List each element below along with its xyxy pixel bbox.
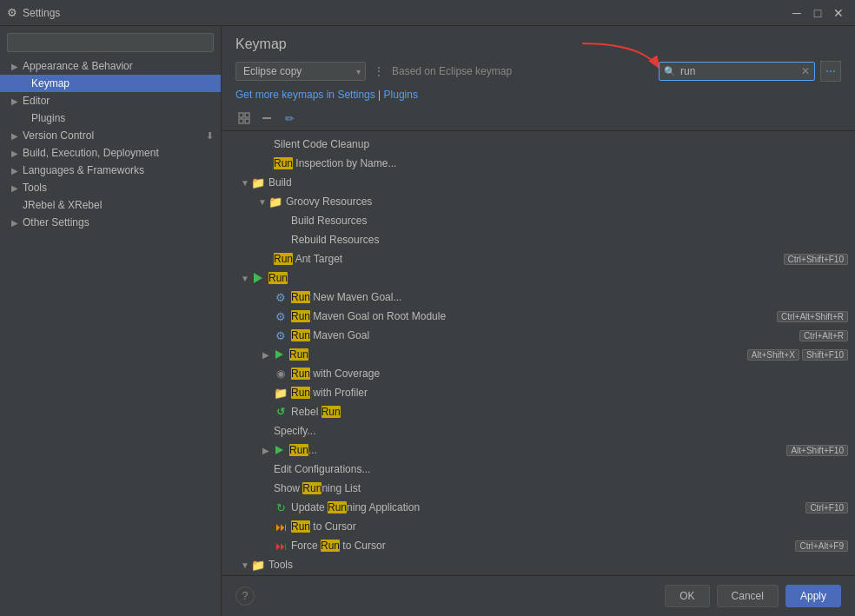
sidebar-item-appearance[interactable]: ▶ Appearance & Behavior — [0, 57, 221, 75]
tree-row[interactable]: ▼ 📁 Groovy Resources — [222, 192, 855, 211]
tree-row[interactable]: ▶ Run... Alt+Shift+F10 — [222, 440, 855, 460]
tree-row[interactable]: Show Running List — [222, 479, 855, 498]
keymap-search-input[interactable] — [659, 62, 815, 81]
folder-icon: 📁 — [268, 195, 282, 209]
tree-row[interactable]: ⚙ Run New Maven Goal... — [222, 288, 855, 307]
tree-item-label: Run to Cursor — [291, 520, 848, 533]
title-bar: ⚙ Settings ─ □ ✕ — [0, 0, 855, 26]
tree-row[interactable]: 📁 Run with Profiler — [222, 383, 855, 402]
app-icon: ⚙ — [7, 6, 17, 19]
tree-row[interactable]: ◉ Run with Coverage — [222, 364, 855, 383]
collapse-all-button[interactable] — [258, 109, 275, 127]
keymap-menu-button[interactable]: ⋮ — [373, 64, 385, 78]
run-to-cursor-icon: ⏭ — [274, 520, 288, 533]
settings-icon: ⋯ — [825, 65, 836, 77]
window-title: Settings — [23, 7, 60, 19]
ok-button[interactable]: OK — [665, 585, 709, 607]
search-settings-button[interactable]: ⋯ — [820, 61, 841, 82]
close-button[interactable]: ✕ — [829, 3, 848, 23]
main-content: Keymap Eclipse copy ⋮ Based on Eclipse k… — [222, 26, 855, 616]
collapse-arrow-icon: ▼ — [239, 560, 251, 570]
tree-item-label: Build — [268, 176, 848, 189]
tree-row[interactable]: Run Ant Target Ctrl+Shift+F10 — [222, 249, 855, 268]
keyboard-shortcut: Ctrl+F10 — [799, 502, 848, 513]
svg-rect-2 — [245, 113, 249, 117]
sidebar-item-plugins[interactable]: Plugins — [0, 109, 221, 127]
tree-row[interactable]: Build Resources — [222, 211, 855, 230]
tree-row[interactable]: ▼ 📁 Tools — [222, 555, 855, 574]
sidebar-item-label: Keymap — [31, 77, 70, 89]
keymap-select-wrapper: Eclipse copy — [235, 62, 366, 81]
run-coverage-icon: ◉ — [274, 367, 288, 381]
folder-icon: 📁 — [251, 176, 265, 189]
cancel-button[interactable]: Cancel — [717, 585, 779, 607]
svg-rect-3 — [239, 119, 243, 123]
plugins-link[interactable]: Plugins — [384, 89, 418, 101]
keymap-select[interactable]: Eclipse copy — [235, 62, 366, 81]
expand-all-icon — [238, 112, 250, 124]
tree-row[interactable]: ▼ Run — [222, 268, 855, 288]
tree-row[interactable]: ⏭ Force Run to Cursor Ctrl+Alt+F9 — [222, 536, 855, 555]
tree-item-label: Run with Profiler — [291, 387, 848, 399]
footer-left: ? — [235, 586, 255, 606]
tree-row[interactable]: Run Inspection by Name... — [222, 154, 855, 173]
tree-item-label: Specify... — [274, 425, 848, 437]
get-more-keymaps-link[interactable]: Get more keymaps in Settings — [235, 89, 375, 101]
arrow-icon: ▶ — [10, 166, 19, 176]
tree-item-label: Show Running List — [274, 482, 848, 494]
sidebar: ▶ Appearance & Behavior Keymap ▶ Editor … — [0, 26, 222, 616]
main-header: Keymap Eclipse copy ⋮ Based on Eclipse k… — [222, 26, 855, 104]
sidebar-item-keymap[interactable]: Keymap — [0, 75, 221, 92]
sidebar-item-editor[interactable]: ▶ Editor — [0, 92, 221, 109]
tree-item-label: Run Ant Target — [274, 253, 777, 265]
tree-row[interactable]: Specify... — [222, 421, 855, 440]
force-run-icon: ⏭ — [274, 539, 288, 553]
tree-row[interactable]: ▶ Run Alt+Shift+X Shift+F10 — [222, 345, 855, 364]
keymap-links-row: Get more keymaps in Settings | Plugins — [235, 87, 841, 104]
help-button[interactable]: ? — [235, 586, 255, 606]
gear-icon: ⚙ — [274, 309, 288, 323]
arrow-icon: ▶ — [10, 218, 19, 228]
tree-row[interactable]: Edit Configurations... — [222, 460, 855, 479]
apply-button[interactable]: Apply — [785, 585, 841, 607]
tree-row[interactable]: ↻ Update Running Application Ctrl+F10 — [222, 498, 855, 517]
tree-row[interactable]: ▼ 📁 Build — [222, 173, 855, 192]
tree-row[interactable]: Silent Code Cleanup — [222, 135, 855, 154]
sidebar-search-input[interactable] — [7, 33, 214, 52]
tree-item-label: Run... — [289, 444, 779, 456]
sidebar-item-label: Plugins — [31, 112, 65, 124]
tree-row[interactable]: ↺ Rebel Run — [222, 402, 855, 421]
tree-row[interactable]: ⏭ Run to Cursor — [222, 517, 855, 536]
collapse-arrow-icon: ▼ — [239, 178, 251, 188]
minimize-button[interactable]: ─ — [787, 3, 806, 23]
sidebar-item-jrebel[interactable]: JRebel & XRebel — [0, 196, 221, 214]
tree-row[interactable]: ⚙ Run Maven Goal on Root Module Ctrl+Alt… — [222, 307, 855, 326]
tree-item-label: Run New Maven Goal... — [291, 291, 848, 303]
tree-row[interactable]: ⚙ Run Maven Goal Ctrl+Alt+R — [222, 326, 855, 345]
collapse-arrow-icon: ▼ — [239, 274, 251, 283]
arrow-icon: ▶ — [10, 131, 19, 141]
search-clear-icon[interactable]: ✕ — [801, 65, 810, 77]
keyboard-shortcut: Ctrl+Alt+R — [792, 330, 848, 341]
keyboard-shortcut: Ctrl+Alt+Shift+R — [770, 311, 848, 321]
tree-row[interactable]: Rebuild Resources — [222, 230, 855, 249]
tree-row[interactable]: Generate JavaDoc — [222, 574, 855, 575]
sidebar-item-version-control[interactable]: ▶ Version Control ⬇ — [0, 127, 221, 144]
sidebar-item-tools[interactable]: ▶ Tools — [0, 179, 221, 196]
arrow-icon: ▶ — [10, 149, 19, 158]
run-icon — [272, 443, 286, 457]
tree-toolbar: ✏ — [222, 104, 855, 130]
expand-all-button[interactable] — [235, 109, 253, 127]
gear-icon: ⚙ — [274, 328, 288, 342]
tree-item-label: Rebel Run — [291, 406, 848, 418]
maximize-button[interactable]: □ — [808, 3, 827, 23]
sidebar-item-languages[interactable]: ▶ Languages & Frameworks — [0, 162, 221, 179]
arrow-icon: ▶ — [10, 183, 19, 193]
sidebar-item-build-exec[interactable]: ▶ Build, Execution, Deployment — [0, 144, 221, 162]
sidebar-item-other-settings[interactable]: ▶ Other Settings — [0, 214, 221, 231]
edit-shortcut-button[interactable]: ✏ — [281, 109, 298, 127]
window-controls: ─ □ ✕ — [787, 3, 848, 23]
keymap-row: Eclipse copy ⋮ Based on Eclipse keymap — [235, 61, 841, 82]
tree-item-label: Run with Coverage — [291, 368, 848, 380]
keyboard-shortcut: Ctrl+Alt+F9 — [788, 540, 848, 551]
